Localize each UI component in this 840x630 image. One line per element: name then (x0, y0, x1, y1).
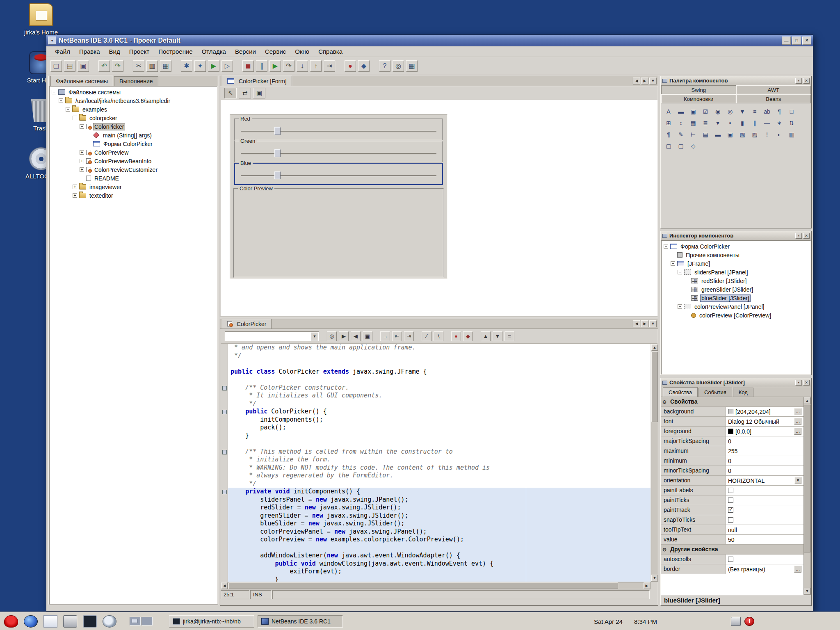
tree-item[interactable]: − slidersPanel [JPanel] (662, 268, 810, 276)
property-checkbox[interactable] (728, 557, 733, 562)
close-button[interactable]: ✕ (803, 233, 810, 239)
property-value-cell[interactable]: [0,0,0] (726, 427, 803, 436)
finish-debugger-button[interactable]: ◼ (242, 60, 254, 72)
palette-tab[interactable]: AWT (736, 85, 811, 94)
pin-button[interactable]: ▪ (795, 78, 802, 84)
maximize-button[interactable]: □ (792, 37, 801, 45)
find-button[interactable]: ◎ (327, 331, 337, 341)
scrollbar-thumb[interactable] (228, 582, 618, 589)
tree-expand-handle[interactable]: − (671, 261, 675, 266)
tree-item[interactable]: − /usr/local/jirka/netbeans3.6/sampledir (50, 96, 217, 105)
uncomment-button[interactable]: ∖ (434, 331, 443, 341)
tree-item[interactable]: − colorPreviewPanel [JPanel] (662, 302, 810, 311)
minimize-button[interactable]: — (782, 37, 791, 45)
property-value-cell[interactable] (726, 555, 803, 564)
terminal-launcher[interactable] (83, 615, 97, 628)
JTextArea[interactable]: ¶ (773, 106, 785, 117)
workspace-2[interactable] (142, 617, 153, 625)
comment-button[interactable]: ∕ (422, 331, 431, 341)
JTable[interactable]: ▤ (699, 129, 712, 140)
pause-button[interactable]: ∥ (256, 60, 267, 72)
tree-item[interactable]: − Форма ColorPicker (662, 242, 810, 251)
window-titlebar[interactable]: ▾ NetBeans IDE 3.6 RC1 - Проект Default … (46, 35, 813, 46)
property-value-cell[interactable]: [204,204,204] (726, 407, 803, 416)
JSplitPane[interactable]: ∥ (749, 117, 761, 129)
JMenuBar[interactable]: ≣ (699, 117, 712, 129)
JScrollBar[interactable]: ↕ (675, 117, 687, 129)
property-checkbox[interactable] (728, 498, 733, 503)
JCheckBox[interactable]: ☑ (699, 106, 712, 117)
editor-horizontal-scrollbar[interactable]: ◀ ▶ (221, 582, 651, 589)
connection-mode-button[interactable]: ⇄ (239, 88, 251, 98)
tree-item[interactable]: colorPreview [ColorPreview] (662, 311, 810, 320)
JButton[interactable]: ▬ (675, 106, 687, 117)
properties-vertical-scrollbar[interactable]: ▲ ▼ (803, 397, 811, 595)
workspace-switcher[interactable] (130, 617, 153, 625)
search-button[interactable]: ◎ (393, 60, 404, 72)
window-menu-button[interactable]: ▾ (48, 37, 56, 45)
editor-gutter[interactable] (221, 504, 228, 512)
printer-launcher[interactable] (63, 615, 77, 628)
editor-gutter[interactable] (221, 344, 228, 352)
editor-gutter[interactable] (221, 560, 228, 568)
minimum[interactable]: minimum 0 (661, 456, 803, 466)
properties-tab[interactable]: Код (733, 388, 753, 397)
test-form-button[interactable]: ▣ (253, 88, 265, 98)
editor-gutter[interactable] (221, 352, 228, 360)
JTextPane[interactable]: ¶ (662, 129, 675, 140)
form-designer-canvas[interactable]: Red Green Blue Color Preview (221, 100, 657, 316)
editor-gutter[interactable] (221, 544, 228, 552)
tabs-scroll-left-button[interactable]: ◀ (633, 320, 640, 327)
tree-item[interactable]: blueSlider [JSlider] (662, 294, 810, 302)
editor-gutter[interactable] (221, 376, 228, 384)
slider-knob[interactable] (274, 127, 281, 135)
tree-item[interactable]: + texteditor (50, 191, 217, 200)
selection-mode-button[interactable]: ↖ (224, 88, 237, 98)
property-value-cell[interactable]: null (726, 525, 803, 534)
property-value-cell[interactable] (726, 515, 803, 525)
step-into-button[interactable]: ↓ (297, 60, 308, 72)
network-alert-icon[interactable] (744, 617, 754, 626)
shift-line-left-button[interactable]: ⇤ (392, 331, 402, 341)
editor-gutter[interactable] (221, 536, 228, 544)
palette-tab[interactable]: Beans (736, 94, 811, 103)
blue-slider-group[interactable]: Blue (234, 163, 443, 185)
editor-gutter[interactable] (221, 496, 228, 504)
tree-expand-handle[interactable]: − (80, 124, 84, 129)
copy-button[interactable]: ▥ (146, 60, 158, 72)
tabs-scroll-right-button[interactable]: ▶ (641, 78, 648, 84)
Другие свойства[interactable]: ⊖ Другие свойства (661, 545, 803, 555)
close-button[interactable]: ✕ (803, 380, 810, 386)
cut-button[interactable]: ✂ (133, 60, 144, 72)
editor-gutter[interactable] (221, 360, 228, 368)
JTextField[interactable]: ab (761, 106, 773, 117)
close-button[interactable]: ✕ (803, 78, 810, 84)
redo-button[interactable]: ↷ (112, 60, 123, 72)
tree-expand-handle[interactable]: − (59, 98, 63, 103)
property-value-cell[interactable]: Dialog 12 Обычный (726, 417, 803, 426)
custom-editor-button[interactable] (794, 418, 801, 425)
JTree[interactable]: ⊢ (687, 129, 699, 140)
explorer-tab[interactable]: Выполнение (114, 76, 158, 86)
print-notification-icon[interactable] (731, 617, 741, 626)
JOptionPane[interactable]: ! (761, 129, 773, 140)
add-watch-button[interactable]: ◆ (463, 331, 473, 341)
JScrollPane[interactable]: ▦ (687, 117, 699, 129)
JInternalFrame[interactable]: ▣ (724, 129, 736, 140)
toggle-breakpoint-button[interactable]: ● (451, 331, 461, 341)
JFrame[interactable]: ▢ (675, 140, 687, 152)
editor-gutter[interactable] (221, 448, 228, 456)
debug-button[interactable]: ▷ (221, 60, 233, 72)
tree-expand-handle[interactable]: + (80, 167, 84, 172)
palette-tab[interactable]: Компоновки (661, 94, 736, 103)
editor-gutter[interactable] (221, 568, 228, 576)
majorTickSpacing[interactable]: majorTickSpacing 0 (661, 436, 803, 446)
inspector-titlebar[interactable]: Инспектор компонентов ▪✕ (661, 231, 811, 240)
scroll-down-button[interactable]: ▼ (804, 588, 810, 594)
green-slider-group[interactable]: Green (234, 141, 443, 163)
email-launcher[interactable] (43, 615, 57, 628)
shift-line-right-button[interactable]: ⇥ (404, 331, 414, 341)
code-area[interactable]: * and opens and shows the main applicati… (221, 344, 651, 582)
editor-gutter[interactable] (221, 368, 228, 376)
property-checkbox[interactable] (728, 488, 733, 493)
